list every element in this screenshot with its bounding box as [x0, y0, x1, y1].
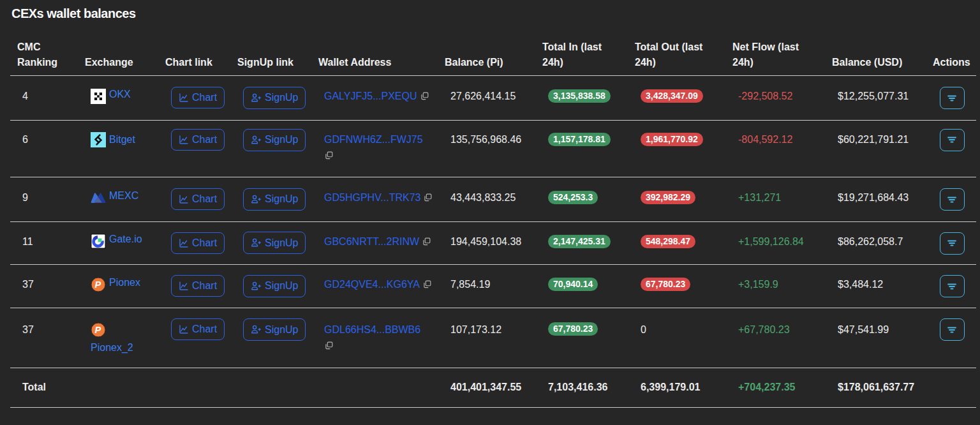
svg-text:P: P — [95, 325, 101, 335]
svg-text:P: P — [95, 280, 101, 290]
